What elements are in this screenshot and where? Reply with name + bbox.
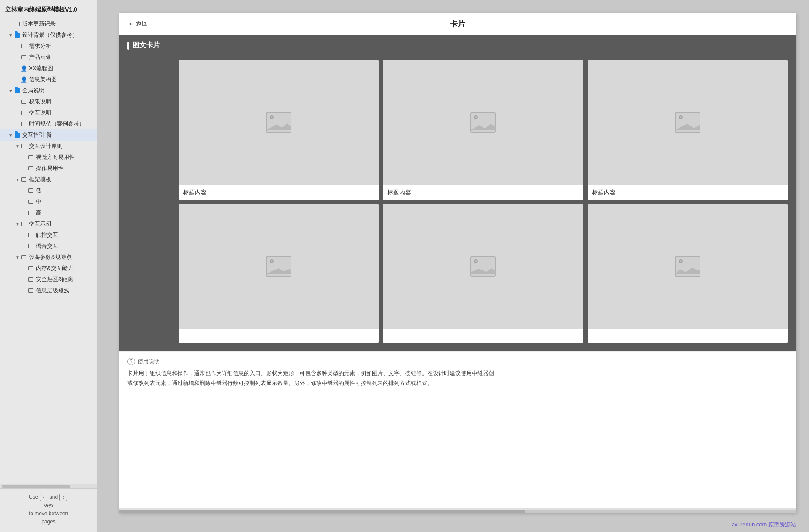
footer: axurehub.com 原型资源站: [97, 517, 809, 532]
card-4[interactable]: [179, 204, 379, 343]
cards-container: 标题内容: [119, 56, 796, 351]
sidebar-hscroll[interactable]: [0, 484, 97, 488]
h-scrollbar[interactable]: [119, 510, 796, 513]
sidebar-item-info-arch[interactable]: 👤 信息架构图: [0, 74, 97, 85]
back-button[interactable]: ＜ 返回: [127, 20, 148, 28]
card-2-placeholder: [423, 85, 543, 161]
sidebar-item-touch[interactable]: 触控交互: [0, 229, 97, 241]
sidebar-title: 立林室内终端原型模板V1.0: [0, 0, 97, 18]
bottom-scrollbar-area[interactable]: [119, 508, 796, 513]
arrow-mid: [22, 200, 26, 204]
icon-product: [21, 54, 27, 61]
back-label: 返回: [136, 20, 148, 28]
sidebar-item-mem-interact[interactable]: 内存&交互能力: [0, 263, 97, 274]
icon-demand: [21, 43, 27, 50]
footer-label: axurehub.com 原型资源站: [732, 521, 796, 528]
arrow-info-arch: [15, 77, 20, 82]
right-key-icon: 〉: [59, 494, 67, 501]
sidebar-scroll[interactable]: 版本更新记录 ▼ 设计背景（仅供参考） 需求分析 产品画像 👤 XX流程图 👤 …: [0, 18, 97, 484]
sidebar-item-time-spec[interactable]: 时间规范（案例参考）: [0, 118, 97, 129]
card-1-placeholder: [219, 85, 339, 161]
card-4-image: [179, 204, 379, 329]
h-scrollbar-thumb: [119, 510, 525, 513]
section-title: 图文卡片: [132, 41, 160, 50]
question-icon: ?: [127, 358, 135, 365]
svg-marker-1: [470, 124, 496, 130]
sidebar-item-interact-example[interactable]: ▼ 交互示例: [0, 218, 97, 229]
sidebar-item-info-level[interactable]: 信息层级短浅: [0, 285, 97, 296]
label-version: 版本更新记录: [22, 20, 94, 28]
arrow-interact-guide: ▼: [9, 133, 13, 138]
icon-xx-flow: 👤: [21, 65, 27, 72]
label-interact-example: 交互示例: [29, 220, 94, 228]
label-op-ease: 操作易用性: [36, 165, 94, 172]
icon-global-desc: [14, 87, 21, 94]
label-interact-guide: 交互指引 新: [22, 131, 94, 139]
label-interact-principle: 交互设计原则: [29, 142, 94, 150]
card-6-image: [588, 204, 788, 329]
card-5[interactable]: [383, 204, 583, 343]
label-demand: 需求分析: [29, 42, 94, 50]
svg-marker-4: [470, 268, 496, 274]
desc-text-1: 卡片用于组织信息和操作，通常也作为详细信息的入口。形状为矩形，可包含多种类型的元…: [127, 369, 788, 378]
card-3-placeholder: [627, 85, 747, 161]
label-design-bg: 设计背景（仅供参考）: [22, 31, 94, 39]
arrow-version: [9, 22, 13, 26]
desc-section: ? 使用说明 卡片用于组织信息和操作，通常也作为详细信息的入口。形状为矩形，可包…: [119, 351, 796, 394]
sidebar: 立林室内终端原型模板V1.0 版本更新记录 ▼ 设计背景（仅供参考） 需求分析 …: [0, 0, 97, 532]
card-section[interactable]: 图文卡片: [119, 35, 796, 508]
card-2-image: [383, 60, 583, 185]
card-1[interactable]: 标题内容: [179, 60, 379, 200]
sidebar-item-xx-flow[interactable]: 👤 XX流程图: [0, 63, 97, 74]
arrow-xx-flow: [15, 66, 20, 71]
sidebar-item-version[interactable]: 版本更新记录: [0, 18, 97, 29]
sidebar-item-mid[interactable]: 中: [0, 196, 97, 207]
label-safe-zone: 安全热区&距离: [36, 276, 94, 283]
card-3[interactable]: 标题内容: [588, 60, 788, 200]
sidebar-item-voice[interactable]: 语音交互: [0, 241, 97, 252]
arrow-product: [15, 55, 20, 60]
sidebar-item-visual-ease[interactable]: 视觉方向易用性: [0, 152, 97, 163]
arrow-perm-desc: [15, 100, 20, 104]
sidebar-item-device-params[interactable]: ▼ 设备参数&规避点: [0, 252, 97, 263]
arrow-mem-interact: [22, 266, 26, 271]
icon-touch: [27, 232, 34, 238]
sidebar-item-low[interactable]: 低: [0, 185, 97, 196]
sidebar-item-interact-guide[interactable]: ▼ 交互指引 新: [0, 129, 97, 141]
sidebar-item-design-bg[interactable]: ▼ 设计背景（仅供参考）: [0, 29, 97, 41]
and-label: and: [49, 493, 58, 501]
card-6[interactable]: [588, 204, 788, 343]
desc-text-2: 或修改列表元素，通过新增和删除中继器行数可控制列表显示数量。另外，修改中继器的属…: [127, 379, 788, 388]
card-2[interactable]: 标题内容: [383, 60, 583, 200]
sidebar-item-frame-tpl[interactable]: ▼ 框架模板: [0, 174, 97, 185]
left-key-icon: 〈: [40, 494, 47, 501]
icon-low: [27, 187, 34, 194]
sidebar-item-demand[interactable]: 需求分析: [0, 41, 97, 52]
sidebar-item-op-ease[interactable]: 操作易用性: [0, 163, 97, 174]
section-header-bar: [127, 42, 129, 50]
sidebar-item-high[interactable]: 高: [0, 207, 97, 218]
icon-frame-tpl: [21, 176, 27, 183]
sidebar-item-interact-desc[interactable]: 交互说明: [0, 107, 97, 118]
content-window: ＜ 返回 卡片 图文卡片: [119, 13, 796, 513]
top-bar: ＜ 返回 卡片: [119, 13, 796, 35]
card-6-placeholder: [627, 229, 747, 304]
icon-info-arch: 👤: [21, 76, 27, 83]
card-5-title: [383, 329, 583, 343]
sidebar-item-safe-zone[interactable]: 安全热区&距离: [0, 274, 97, 285]
icon-info-level: [27, 287, 34, 294]
sidebar-item-product[interactable]: 产品画像: [0, 52, 97, 63]
svg-marker-3: [266, 268, 291, 274]
label-low: 低: [36, 187, 94, 194]
pages-text: pages: [3, 518, 94, 526]
svg-marker-2: [675, 124, 700, 130]
icon-device-params: [21, 254, 27, 261]
label-info-arch: 信息架构图: [29, 76, 94, 83]
card-2-title: 标题内容: [383, 185, 583, 200]
icon-interact-desc: [21, 109, 27, 116]
sidebar-item-perm-desc[interactable]: 权限说明: [0, 96, 97, 107]
sidebar-item-global-desc[interactable]: ▼ 全局说明: [0, 85, 97, 96]
icon-mem-interact: [27, 265, 34, 272]
card-6-title: [588, 329, 788, 343]
sidebar-item-interact-principle[interactable]: ▼ 交互设计原则: [0, 141, 97, 152]
